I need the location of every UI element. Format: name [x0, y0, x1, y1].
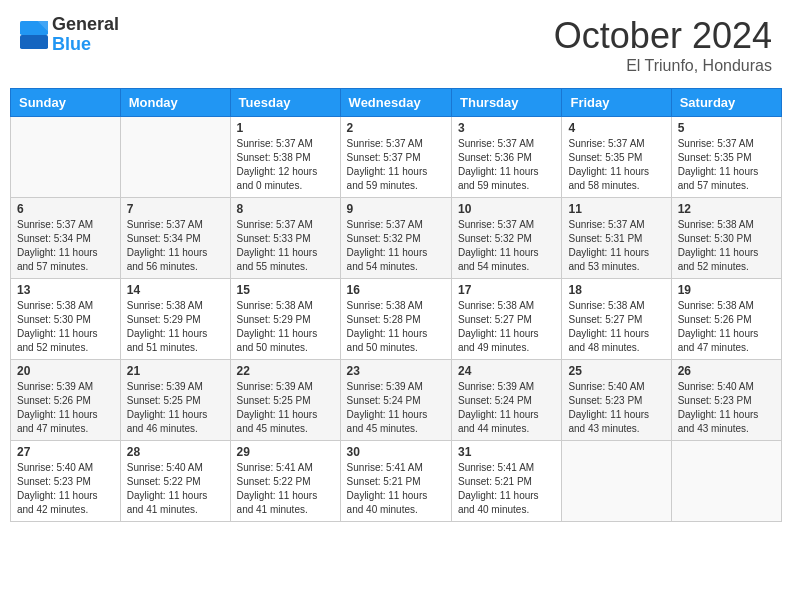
day-number: 16 — [347, 283, 445, 297]
day-number: 18 — [568, 283, 664, 297]
calendar-day-cell: 18Sunrise: 5:38 AM Sunset: 5:27 PM Dayli… — [562, 279, 671, 360]
calendar-day-cell: 1Sunrise: 5:37 AM Sunset: 5:38 PM Daylig… — [230, 117, 340, 198]
location-text: El Triunfo, Honduras — [554, 57, 772, 75]
calendar-day-cell: 10Sunrise: 5:37 AM Sunset: 5:32 PM Dayli… — [452, 198, 562, 279]
calendar-day-cell: 17Sunrise: 5:38 AM Sunset: 5:27 PM Dayli… — [452, 279, 562, 360]
logo-general-text: General — [52, 15, 119, 35]
day-number: 14 — [127, 283, 224, 297]
day-number: 31 — [458, 445, 555, 459]
day-number: 23 — [347, 364, 445, 378]
calendar-day-cell: 9Sunrise: 5:37 AM Sunset: 5:32 PM Daylig… — [340, 198, 451, 279]
day-number: 1 — [237, 121, 334, 135]
day-info: Sunrise: 5:38 AM Sunset: 5:29 PM Dayligh… — [237, 299, 334, 355]
calendar-weekday-header: Friday — [562, 89, 671, 117]
calendar-day-cell: 30Sunrise: 5:41 AM Sunset: 5:21 PM Dayli… — [340, 441, 451, 522]
day-info: Sunrise: 5:37 AM Sunset: 5:38 PM Dayligh… — [237, 137, 334, 193]
day-number: 26 — [678, 364, 775, 378]
day-info: Sunrise: 5:38 AM Sunset: 5:27 PM Dayligh… — [458, 299, 555, 355]
calendar-day-cell: 29Sunrise: 5:41 AM Sunset: 5:22 PM Dayli… — [230, 441, 340, 522]
day-info: Sunrise: 5:37 AM Sunset: 5:34 PM Dayligh… — [127, 218, 224, 274]
calendar-day-cell: 26Sunrise: 5:40 AM Sunset: 5:23 PM Dayli… — [671, 360, 781, 441]
calendar-day-cell: 23Sunrise: 5:39 AM Sunset: 5:24 PM Dayli… — [340, 360, 451, 441]
calendar-day-cell: 8Sunrise: 5:37 AM Sunset: 5:33 PM Daylig… — [230, 198, 340, 279]
day-number: 15 — [237, 283, 334, 297]
day-number: 6 — [17, 202, 114, 216]
calendar-day-cell: 24Sunrise: 5:39 AM Sunset: 5:24 PM Dayli… — [452, 360, 562, 441]
day-info: Sunrise: 5:37 AM Sunset: 5:35 PM Dayligh… — [568, 137, 664, 193]
calendar-week-row: 13Sunrise: 5:38 AM Sunset: 5:30 PM Dayli… — [11, 279, 782, 360]
calendar-day-cell — [11, 117, 121, 198]
page-header: General Blue October 2024 El Triunfo, Ho… — [10, 10, 782, 80]
day-number: 19 — [678, 283, 775, 297]
day-info: Sunrise: 5:41 AM Sunset: 5:22 PM Dayligh… — [237, 461, 334, 517]
day-number: 12 — [678, 202, 775, 216]
calendar-day-cell: 13Sunrise: 5:38 AM Sunset: 5:30 PM Dayli… — [11, 279, 121, 360]
day-number: 9 — [347, 202, 445, 216]
calendar-day-cell: 2Sunrise: 5:37 AM Sunset: 5:37 PM Daylig… — [340, 117, 451, 198]
calendar-week-row: 1Sunrise: 5:37 AM Sunset: 5:38 PM Daylig… — [11, 117, 782, 198]
calendar-day-cell: 22Sunrise: 5:39 AM Sunset: 5:25 PM Dayli… — [230, 360, 340, 441]
day-info: Sunrise: 5:38 AM Sunset: 5:30 PM Dayligh… — [17, 299, 114, 355]
day-info: Sunrise: 5:38 AM Sunset: 5:28 PM Dayligh… — [347, 299, 445, 355]
day-number: 22 — [237, 364, 334, 378]
calendar-weekday-header: Tuesday — [230, 89, 340, 117]
day-info: Sunrise: 5:38 AM Sunset: 5:27 PM Dayligh… — [568, 299, 664, 355]
day-number: 10 — [458, 202, 555, 216]
day-number: 21 — [127, 364, 224, 378]
day-info: Sunrise: 5:37 AM Sunset: 5:33 PM Dayligh… — [237, 218, 334, 274]
day-number: 20 — [17, 364, 114, 378]
logo-icon — [20, 21, 48, 49]
calendar-week-row: 6Sunrise: 5:37 AM Sunset: 5:34 PM Daylig… — [11, 198, 782, 279]
title-section: October 2024 El Triunfo, Honduras — [554, 15, 772, 75]
day-info: Sunrise: 5:37 AM Sunset: 5:36 PM Dayligh… — [458, 137, 555, 193]
logo-text: General Blue — [52, 15, 119, 55]
day-info: Sunrise: 5:40 AM Sunset: 5:23 PM Dayligh… — [568, 380, 664, 436]
day-info: Sunrise: 5:39 AM Sunset: 5:24 PM Dayligh… — [458, 380, 555, 436]
day-number: 30 — [347, 445, 445, 459]
month-title: October 2024 — [554, 15, 772, 57]
day-number: 11 — [568, 202, 664, 216]
calendar-day-cell — [120, 117, 230, 198]
day-number: 8 — [237, 202, 334, 216]
calendar-day-cell: 14Sunrise: 5:38 AM Sunset: 5:29 PM Dayli… — [120, 279, 230, 360]
day-number: 17 — [458, 283, 555, 297]
day-info: Sunrise: 5:40 AM Sunset: 5:22 PM Dayligh… — [127, 461, 224, 517]
day-number: 2 — [347, 121, 445, 135]
day-number: 7 — [127, 202, 224, 216]
calendar-day-cell: 27Sunrise: 5:40 AM Sunset: 5:23 PM Dayli… — [11, 441, 121, 522]
day-info: Sunrise: 5:37 AM Sunset: 5:32 PM Dayligh… — [347, 218, 445, 274]
day-info: Sunrise: 5:41 AM Sunset: 5:21 PM Dayligh… — [458, 461, 555, 517]
day-number: 4 — [568, 121, 664, 135]
calendar-week-row: 27Sunrise: 5:40 AM Sunset: 5:23 PM Dayli… — [11, 441, 782, 522]
calendar-weekday-header: Monday — [120, 89, 230, 117]
day-info: Sunrise: 5:38 AM Sunset: 5:29 PM Dayligh… — [127, 299, 224, 355]
day-number: 3 — [458, 121, 555, 135]
calendar-day-cell: 20Sunrise: 5:39 AM Sunset: 5:26 PM Dayli… — [11, 360, 121, 441]
day-number: 13 — [17, 283, 114, 297]
calendar-weekday-header: Thursday — [452, 89, 562, 117]
day-number: 29 — [237, 445, 334, 459]
day-number: 25 — [568, 364, 664, 378]
day-info: Sunrise: 5:37 AM Sunset: 5:35 PM Dayligh… — [678, 137, 775, 193]
day-info: Sunrise: 5:37 AM Sunset: 5:37 PM Dayligh… — [347, 137, 445, 193]
logo: General Blue — [20, 15, 119, 55]
calendar-day-cell: 12Sunrise: 5:38 AM Sunset: 5:30 PM Dayli… — [671, 198, 781, 279]
day-number: 5 — [678, 121, 775, 135]
calendar-day-cell: 11Sunrise: 5:37 AM Sunset: 5:31 PM Dayli… — [562, 198, 671, 279]
calendar-day-cell — [671, 441, 781, 522]
calendar-day-cell: 4Sunrise: 5:37 AM Sunset: 5:35 PM Daylig… — [562, 117, 671, 198]
day-info: Sunrise: 5:40 AM Sunset: 5:23 PM Dayligh… — [17, 461, 114, 517]
calendar-weekday-header: Wednesday — [340, 89, 451, 117]
calendar-day-cell — [562, 441, 671, 522]
day-info: Sunrise: 5:37 AM Sunset: 5:31 PM Dayligh… — [568, 218, 664, 274]
calendar-weekday-header: Saturday — [671, 89, 781, 117]
calendar-header-row: SundayMondayTuesdayWednesdayThursdayFrid… — [11, 89, 782, 117]
calendar-day-cell: 21Sunrise: 5:39 AM Sunset: 5:25 PM Dayli… — [120, 360, 230, 441]
calendar-day-cell: 25Sunrise: 5:40 AM Sunset: 5:23 PM Dayli… — [562, 360, 671, 441]
calendar-day-cell: 19Sunrise: 5:38 AM Sunset: 5:26 PM Dayli… — [671, 279, 781, 360]
calendar-day-cell: 16Sunrise: 5:38 AM Sunset: 5:28 PM Dayli… — [340, 279, 451, 360]
calendar-day-cell: 3Sunrise: 5:37 AM Sunset: 5:36 PM Daylig… — [452, 117, 562, 198]
calendar-table: SundayMondayTuesdayWednesdayThursdayFrid… — [10, 88, 782, 522]
day-info: Sunrise: 5:40 AM Sunset: 5:23 PM Dayligh… — [678, 380, 775, 436]
calendar-day-cell: 7Sunrise: 5:37 AM Sunset: 5:34 PM Daylig… — [120, 198, 230, 279]
